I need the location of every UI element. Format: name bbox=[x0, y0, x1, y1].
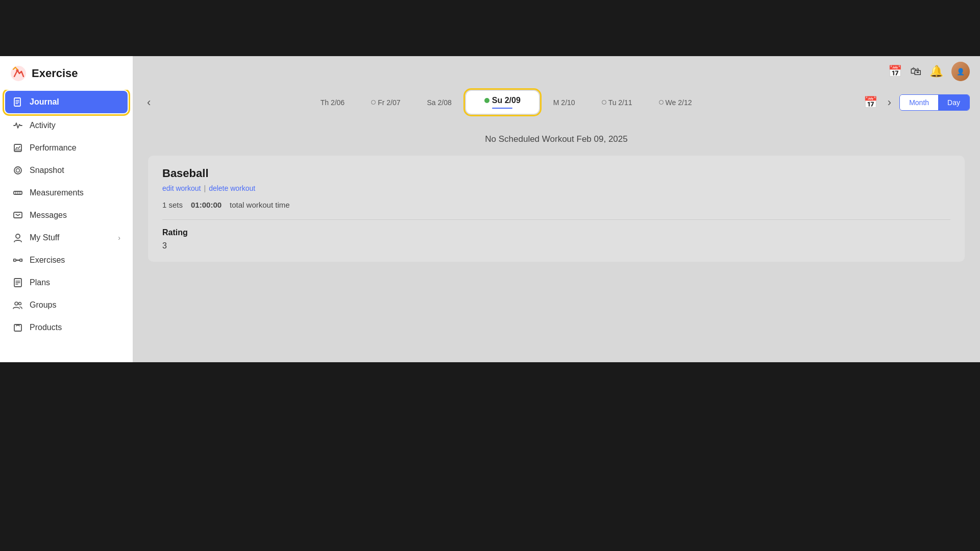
sidebar-item-messages[interactable]: Messages bbox=[0, 204, 133, 227]
sidebar-item-measurements-label: Measurements bbox=[30, 188, 84, 197]
sidebar-item-my-stuff[interactable]: My Stuff › bbox=[0, 227, 133, 249]
calendar-day-wed[interactable]: We 2/12 bbox=[647, 94, 704, 111]
sidebar-item-plans-label: Plans bbox=[30, 278, 50, 287]
avatar[interactable]: 👤 bbox=[951, 62, 970, 81]
app-name: Exercise bbox=[32, 67, 78, 80]
bag-icon[interactable]: 🛍 bbox=[910, 65, 921, 78]
workout-action-separator: | bbox=[204, 184, 206, 192]
sidebar-nav: Journal Activity Performance bbox=[0, 90, 133, 362]
sat-label: Sa 2/08 bbox=[427, 98, 452, 107]
measurements-icon bbox=[12, 187, 23, 198]
sidebar-item-messages-label: Messages bbox=[30, 211, 67, 220]
wed-label: We 2/12 bbox=[666, 98, 692, 107]
calendar-day-sun[interactable]: Su 2/09 bbox=[466, 91, 539, 114]
sidebar-item-journal-label: Journal bbox=[30, 97, 59, 107]
day-view-button[interactable]: Day bbox=[938, 95, 969, 110]
svg-point-15 bbox=[16, 234, 20, 238]
edit-workout-link[interactable]: edit workout bbox=[162, 184, 201, 192]
tue-dot bbox=[602, 100, 606, 105]
activity-icon bbox=[12, 120, 23, 131]
sidebar-item-my-stuff-label: My Stuff bbox=[30, 233, 112, 242]
sidebar-item-snapshot[interactable]: Snapshot bbox=[0, 159, 133, 182]
svg-point-9 bbox=[16, 169, 20, 172]
workout-total-time: 01:00:00 bbox=[191, 201, 222, 209]
sidebar-item-journal[interactable]: Journal bbox=[5, 91, 128, 113]
calendar-strip: ‹ Th 2/06 Fr 2/07 Sa 2/08 Su bbox=[133, 87, 980, 118]
sidebar-item-measurements[interactable]: Measurements bbox=[0, 182, 133, 204]
workout-card: Baseball edit workout | delete workout 1… bbox=[148, 156, 965, 262]
sun-dot bbox=[484, 98, 489, 103]
sidebar-item-snapshot-label: Snapshot bbox=[30, 166, 64, 175]
svg-point-26 bbox=[19, 303, 21, 305]
calendar-prev-button[interactable]: ‹ bbox=[143, 94, 155, 111]
fri-label: Fr 2/07 bbox=[378, 98, 400, 107]
sidebar-item-performance-label: Performance bbox=[30, 143, 77, 153]
svg-point-25 bbox=[15, 302, 18, 305]
messages-icon bbox=[12, 210, 23, 221]
fri-dot bbox=[371, 100, 376, 105]
calendar-day-tue[interactable]: Tu 2/11 bbox=[590, 94, 645, 111]
sidebar-item-performance[interactable]: Performance bbox=[0, 137, 133, 159]
no-workout-message: No Scheduled Workout Feb 09, 2025 bbox=[148, 126, 965, 156]
plans-icon bbox=[12, 277, 23, 288]
svg-point-8 bbox=[14, 167, 21, 174]
sidebar-item-exercises[interactable]: Exercises bbox=[0, 249, 133, 271]
rating-label: Rating bbox=[162, 228, 950, 237]
app-logo-row: Exercise bbox=[0, 56, 133, 90]
sidebar-item-products[interactable]: Products bbox=[0, 316, 133, 339]
sidebar-item-activity[interactable]: Activity bbox=[0, 114, 133, 137]
calendar-day-fri[interactable]: Fr 2/07 bbox=[359, 94, 412, 111]
journal-content: No Scheduled Workout Feb 09, 2025 Baseba… bbox=[133, 118, 980, 362]
calendar-icon[interactable]: 📅 bbox=[888, 65, 902, 78]
calendar-next-button[interactable]: › bbox=[884, 94, 895, 111]
sidebar-item-activity-label: Activity bbox=[30, 121, 56, 130]
sidebar-item-groups-label: Groups bbox=[30, 300, 56, 310]
rating-value: 3 bbox=[162, 241, 167, 250]
workout-time-label: total workout time bbox=[230, 201, 290, 209]
wed-dot bbox=[659, 100, 664, 105]
groups-icon bbox=[12, 299, 23, 311]
sidebar-item-exercises-label: Exercises bbox=[30, 256, 65, 265]
main-content: 📅 🛍 🔔 👤 ‹ Th 2/06 Fr 2/07 Sa 2/08 bbox=[133, 56, 980, 362]
bell-icon[interactable]: 🔔 bbox=[929, 65, 943, 78]
calendar-days: Th 2/06 Fr 2/07 Sa 2/08 Su 2/09 bbox=[155, 91, 857, 114]
rating-section: Rating 3 bbox=[162, 219, 950, 251]
my-stuff-icon bbox=[12, 232, 23, 243]
journal-icon bbox=[12, 96, 23, 108]
my-stuff-chevron-icon: › bbox=[118, 234, 120, 242]
view-toggle: Month Day bbox=[899, 94, 970, 111]
snapshot-icon bbox=[12, 165, 23, 176]
products-icon bbox=[12, 322, 23, 333]
month-view-button[interactable]: Month bbox=[900, 95, 938, 110]
sidebar: Exercise Journal Activity bbox=[0, 56, 133, 362]
svg-point-0 bbox=[11, 66, 26, 81]
calendar-day-mon[interactable]: M 2/10 bbox=[541, 94, 587, 111]
thu-label: Th 2/06 bbox=[321, 98, 345, 107]
calendar-day-thu[interactable]: Th 2/06 bbox=[308, 94, 357, 111]
workout-sets: 1 sets bbox=[162, 201, 183, 209]
svg-rect-14 bbox=[14, 212, 22, 218]
sidebar-item-groups[interactable]: Groups bbox=[0, 294, 133, 316]
sun-label: Su 2/09 bbox=[492, 96, 521, 105]
delete-workout-link[interactable]: delete workout bbox=[209, 184, 255, 192]
workout-meta: 1 sets 01:00:00 total workout time bbox=[162, 201, 950, 209]
tue-label: Tu 2/11 bbox=[608, 98, 632, 107]
sidebar-item-products-label: Products bbox=[30, 323, 62, 332]
workout-title: Baseball bbox=[162, 167, 950, 180]
workout-actions: edit workout | delete workout bbox=[162, 184, 950, 192]
sidebar-item-plans[interactable]: Plans bbox=[0, 271, 133, 294]
calendar-grid-icon[interactable]: 📅 bbox=[864, 96, 877, 109]
performance-icon bbox=[12, 142, 23, 154]
mon-label: M 2/10 bbox=[553, 98, 575, 107]
app-logo-icon bbox=[10, 65, 27, 82]
calendar-day-sat[interactable]: Sa 2/08 bbox=[415, 94, 464, 111]
exercises-icon bbox=[12, 255, 23, 266]
